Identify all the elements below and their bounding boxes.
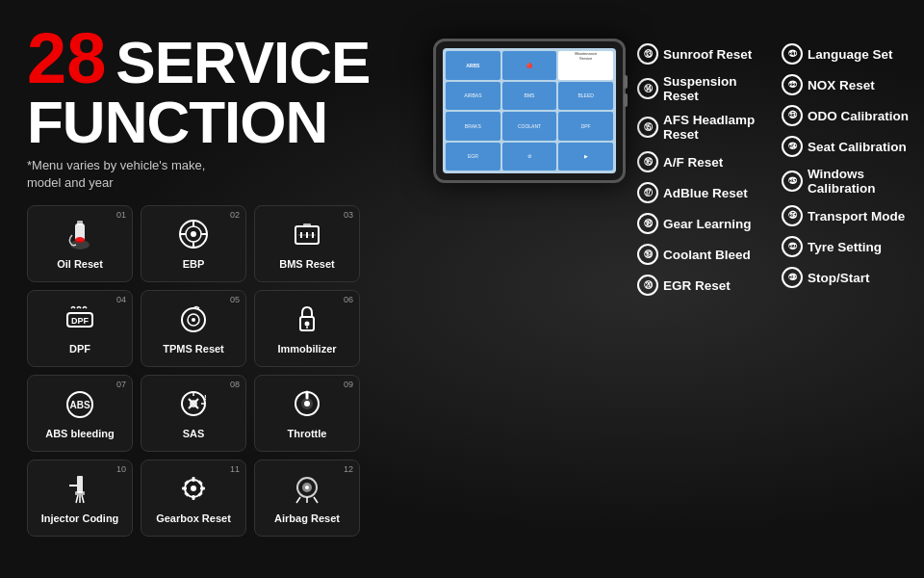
svg-point-32 xyxy=(304,401,310,407)
service-lists: ⑬ Sunroof Reset ⑭ Suspension Reset ⑮ AFS… xyxy=(635,19,914,568)
card-throttle: 09 Throttle xyxy=(254,375,360,452)
card-num-02: 02 xyxy=(230,210,240,220)
headline: 28 SERVICE FUNCTION *Menu varies by vehi… xyxy=(27,23,395,192)
card-ebp: 02 EBP xyxy=(141,205,246,282)
card-num-04: 04 xyxy=(116,295,126,304)
service-item-14: ⑭ Suspension Reset xyxy=(635,69,770,108)
card-num-09: 09 xyxy=(344,380,353,389)
sas-icon: ! xyxy=(173,383,214,424)
service-num-21: ㉑ xyxy=(782,43,803,65)
card-label-07: ABS bleeding xyxy=(45,428,115,439)
service-item-16: ⑯ A/F Reset xyxy=(635,146,770,177)
service-num-15: ⑮ xyxy=(637,117,658,138)
card-oil-reset: 01 Oil Reset xyxy=(27,205,133,282)
card-num-10: 10 xyxy=(116,464,126,474)
service-text: SERVICE xyxy=(116,33,370,92)
card-num-11: 11 xyxy=(230,464,240,474)
card-label-05: TPMS Reset xyxy=(163,343,224,355)
svg-rect-41 xyxy=(200,487,205,490)
svg-point-37 xyxy=(191,486,196,491)
svg-point-6 xyxy=(191,231,196,237)
service-label-18: Gear Learning xyxy=(663,217,752,231)
service-label-19: Coolant Bleed xyxy=(663,248,751,262)
svg-point-3 xyxy=(75,237,85,243)
service-label-28: Stop/Start xyxy=(808,271,870,285)
service-num-20: ⑳ xyxy=(637,275,658,296)
card-tpms: 05 TPMS Reset xyxy=(141,290,246,367)
bms-icon xyxy=(287,214,327,254)
gearbox-icon xyxy=(173,468,214,509)
service-num-23: ㉓ xyxy=(782,105,803,126)
svg-point-23 xyxy=(305,322,310,327)
service-label-17: AdBlue Reset xyxy=(663,186,748,200)
card-num-08: 08 xyxy=(230,380,240,389)
dpf-icon: DPF xyxy=(60,299,100,339)
service-item-17: ⑰ AdBlue Reset xyxy=(635,177,770,208)
card-dpf: 04 DPF DPF xyxy=(27,290,133,367)
service-label-23: ODO Calibration xyxy=(808,109,909,123)
svg-rect-33 xyxy=(77,476,83,493)
service-item-25: ㉕ Windows Calibration xyxy=(780,162,914,200)
service-num-25: ㉕ xyxy=(782,171,803,192)
service-label-26: Transport Mode xyxy=(808,209,905,223)
service-label-16: A/F Reset xyxy=(663,155,723,170)
svg-rect-39 xyxy=(192,495,195,500)
svg-point-21 xyxy=(192,318,195,322)
oil-icon xyxy=(60,214,100,254)
service-item-13: ⑬ Sunroof Reset xyxy=(635,39,770,69)
card-injector: 10 Injector Coding xyxy=(27,460,133,537)
service-num-17: ⑰ xyxy=(637,182,658,203)
svg-rect-2 xyxy=(77,221,83,225)
airbag-icon xyxy=(287,468,327,509)
service-num-27: ㉗ xyxy=(782,236,803,257)
abs-icon: ABS xyxy=(60,383,100,424)
service-num-18: ⑱ xyxy=(637,213,658,234)
service-num-24: ㉔ xyxy=(782,136,803,157)
number-28: 28 xyxy=(27,23,106,94)
service-num-22: ㉒ xyxy=(782,74,803,95)
service-num-14: ⑭ xyxy=(637,78,658,99)
svg-text:DPF: DPF xyxy=(71,316,90,326)
subtitle: *Menu varies by vehicle's make, model an… xyxy=(27,157,395,192)
svg-rect-40 xyxy=(182,487,187,490)
card-immobilizer: 06 Immobilizer xyxy=(254,290,360,367)
service-item-22: ㉒ NOX Reset xyxy=(780,69,914,100)
function-text: FUNCTION xyxy=(27,94,395,151)
left-panel: 28 SERVICE FUNCTION *Menu varies by vehi… xyxy=(0,0,414,578)
service-item-26: ㉖ Transport Mode xyxy=(780,200,914,231)
svg-text:ABS: ABS xyxy=(69,400,90,410)
card-num-06: 06 xyxy=(344,295,353,304)
card-num-12: 12 xyxy=(344,464,353,474)
card-label-03: BMS Reset xyxy=(279,258,334,270)
svg-text:!: ! xyxy=(204,393,207,402)
card-num-05: 05 xyxy=(230,295,240,304)
service-item-20: ⑳ EGR Reset xyxy=(635,270,770,301)
card-airbag: 12 Airbag Reset xyxy=(254,460,360,537)
throttle-icon xyxy=(287,383,327,424)
service-item-27: ㉗ Tyre Setting xyxy=(780,231,914,262)
card-sas: 08 ! SAS xyxy=(141,375,246,452)
service-label-13: Sunroof Reset xyxy=(663,47,752,62)
svg-rect-34 xyxy=(75,491,85,495)
service-item-18: ⑱ Gear Learning xyxy=(635,208,770,239)
service-label-27: Tyre Setting xyxy=(808,240,882,254)
card-label-10: Injector Coding xyxy=(41,512,119,524)
service-item-21: ㉑ Language Set xyxy=(780,39,914,69)
card-bms-reset: 03 BMS Reset xyxy=(254,205,360,282)
service-item-19: ⑲ Coolant Bleed xyxy=(635,239,770,270)
card-abs: 07 ABS ABS bleeding xyxy=(27,375,133,452)
card-num-07: 07 xyxy=(116,380,126,389)
card-gearbox: 11 Gearbox Reset xyxy=(141,460,246,537)
service-label-24: Seat Calibration xyxy=(808,140,907,154)
device-area: ARBS 🔴 MaintenanceService AIRBAS BMS BLE… xyxy=(424,19,635,568)
tpms-icon xyxy=(173,299,214,339)
card-label-11: Gearbox Reset xyxy=(156,512,231,524)
service-num-19: ⑲ xyxy=(637,244,658,265)
card-label-01: Oil Reset xyxy=(57,258,103,270)
service-label-15: AFS Headlamp Reset xyxy=(663,113,768,142)
card-num-03: 03 xyxy=(344,210,353,220)
service-num-13: ⑬ xyxy=(637,43,658,65)
icon-grid: 01 Oil Reset 02 xyxy=(27,205,395,537)
service-label-25: Windows Calibration xyxy=(808,167,912,196)
service-label-14: Suspension Reset xyxy=(663,74,768,103)
